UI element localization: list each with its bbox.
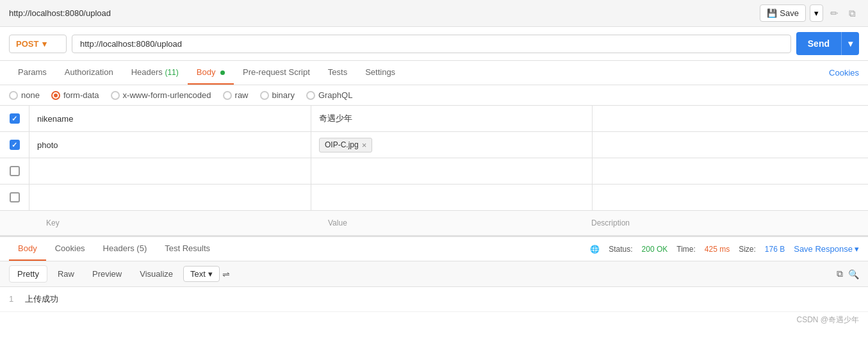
tab-authorization[interactable]: Authorization xyxy=(56,61,122,85)
method-label: POST xyxy=(16,39,38,49)
status-label: Status: xyxy=(609,245,632,254)
radio-urlencoded-label: x-www-form-urlencoded xyxy=(123,90,211,100)
bottom-tab-headers[interactable]: Headers (5) xyxy=(94,237,156,261)
time-value: 425 ms xyxy=(705,245,730,254)
format-tab-visualize[interactable]: Visualize xyxy=(132,266,181,282)
empty-row2-value[interactable] xyxy=(311,185,593,210)
wrap-icon-button[interactable]: ⇌ xyxy=(222,269,230,279)
radio-urlencoded-circle xyxy=(111,91,120,100)
send-caret[interactable]: ▾ xyxy=(841,32,859,55)
format-tab-raw[interactable]: Raw xyxy=(50,266,82,282)
tab-tests[interactable]: Tests xyxy=(319,61,356,85)
row1-checkbox[interactable] xyxy=(10,113,20,124)
empty-row1-checkbox[interactable] xyxy=(10,166,20,176)
status-value: 200 OK xyxy=(642,245,668,254)
save-caret-button[interactable]: ▾ xyxy=(810,4,823,22)
body-dot xyxy=(220,70,225,75)
send-label: Send xyxy=(796,38,841,49)
empty-row2-checkbox[interactable] xyxy=(10,192,20,202)
empty-row1-desc[interactable] xyxy=(593,158,868,184)
radio-graphql-label: GraphQL xyxy=(318,90,352,100)
row1-desc[interactable] xyxy=(593,106,868,131)
body-type-row: none form-data x-www-form-urlencoded raw… xyxy=(0,85,868,106)
format-tabs: Pretty Raw Preview Visualize Text ▾ ⇌ xyxy=(9,265,230,283)
title-bar: http://localhost:8080/upload 💾 Save ▾ ✏ … xyxy=(0,0,868,27)
copy-icon: ⧉ xyxy=(837,268,843,279)
form-body: nikename 奇遇少年 photo OIP-C.jpg × xyxy=(0,106,868,236)
bottom-tab-body[interactable]: Body xyxy=(9,237,46,261)
radio-raw-label: raw xyxy=(235,90,249,100)
size-value: 176 B xyxy=(765,245,785,254)
response-info: 🌐 Status: 200 OK Time: 425 ms Size: 176 … xyxy=(590,244,859,254)
footer-labels-row: Key Value Description xyxy=(0,211,868,236)
empty-row1-key[interactable] xyxy=(29,158,311,184)
edit-icon-button[interactable]: ✏ xyxy=(827,4,842,22)
row1-value[interactable]: 奇遇少年 xyxy=(311,106,593,131)
format-tab-pretty[interactable]: Pretty xyxy=(9,265,47,283)
format-tab-preview[interactable]: Preview xyxy=(85,266,129,282)
tab-pre-request[interactable]: Pre-request Script xyxy=(234,61,319,85)
line-number: 1 xyxy=(9,294,13,304)
copy-icon-button[interactable]: ⧉ xyxy=(846,4,859,22)
search-icon: 🔍 xyxy=(848,269,859,279)
response-content: 1 上传成功 xyxy=(0,287,868,311)
footer-desc-label: Description xyxy=(584,215,859,231)
row1-check-cell[interactable] xyxy=(0,106,29,131)
radio-binary[interactable]: binary xyxy=(260,90,295,100)
type-select[interactable]: Text ▾ xyxy=(183,266,220,282)
row2-checkbox[interactable] xyxy=(10,140,20,150)
bottom-panel: Body Cookies Headers (5) Test Results 🌐 … xyxy=(0,236,868,328)
response-line: 1 上传成功 xyxy=(9,293,859,305)
row2-key[interactable]: photo xyxy=(29,132,311,158)
window-title: http://localhost:8080/upload xyxy=(9,8,111,18)
radio-raw[interactable]: raw xyxy=(223,90,249,100)
row2-value: OIP-C.jpg × xyxy=(311,132,593,158)
save-button[interactable]: 💾 Save xyxy=(760,4,806,22)
save-response-caret: ▾ xyxy=(855,244,859,254)
empty-row2-desc[interactable] xyxy=(593,185,868,210)
table-row: photo OIP-C.jpg × xyxy=(0,132,868,158)
save-response-button[interactable]: Save Response ▾ xyxy=(794,244,859,254)
cookies-link[interactable]: Cookies xyxy=(829,68,859,78)
method-select[interactable]: POST ▾ xyxy=(9,35,67,53)
wrap-icon: ⇌ xyxy=(222,269,230,279)
radio-urlencoded[interactable]: x-www-form-urlencoded xyxy=(111,90,211,100)
radio-binary-label: binary xyxy=(272,90,295,100)
send-button[interactable]: Send ▾ xyxy=(796,32,859,55)
tab-body[interactable]: Body xyxy=(188,61,234,85)
file-chip: OIP-C.jpg × xyxy=(319,138,372,152)
bottom-tab-cookies[interactable]: Cookies xyxy=(46,237,94,261)
main-tabs: Params Authorization Headers (11) Body P… xyxy=(9,61,404,85)
radio-graphql[interactable]: GraphQL xyxy=(306,90,352,100)
url-input[interactable] xyxy=(72,35,791,53)
type-select-caret: ▾ xyxy=(208,269,213,279)
empty-row1-check-cell[interactable] xyxy=(0,158,29,184)
format-action-icons: ⧉ 🔍 xyxy=(837,268,859,279)
radio-form-data[interactable]: form-data xyxy=(51,90,99,100)
bottom-tab-test-results[interactable]: Test Results xyxy=(156,237,219,261)
bottom-tabs: Body Cookies Headers (5) Test Results xyxy=(9,237,219,261)
file-name: OIP-C.jpg xyxy=(325,140,359,149)
empty-row1-value[interactable] xyxy=(311,158,593,184)
watermark: CSDN @奇遇少年 xyxy=(0,311,868,328)
bottom-tabs-row: Body Cookies Headers (5) Test Results 🌐 … xyxy=(0,237,868,261)
row1-key[interactable]: nikename xyxy=(29,106,311,131)
tab-params[interactable]: Params xyxy=(9,61,56,85)
radio-none[interactable]: none xyxy=(9,90,40,100)
footer-key-label: Key xyxy=(38,215,320,231)
table-row: nikename 奇遇少年 xyxy=(0,106,868,132)
table-row xyxy=(0,185,868,211)
tab-headers[interactable]: Headers (11) xyxy=(122,61,188,85)
size-label: Size: xyxy=(739,245,756,254)
title-bar-actions: 💾 Save ▾ ✏ ⧉ xyxy=(760,4,859,22)
tab-settings[interactable]: Settings xyxy=(356,61,404,85)
row2-desc[interactable] xyxy=(593,132,868,158)
empty-row2-key[interactable] xyxy=(29,185,311,210)
search-response-button[interactable]: 🔍 xyxy=(848,268,859,279)
response-text: 上传成功 xyxy=(25,294,58,304)
empty-row2-check-cell[interactable] xyxy=(0,185,29,210)
file-remove-button[interactable]: × xyxy=(362,140,367,150)
copy-response-button[interactable]: ⧉ xyxy=(837,268,843,279)
radio-form-data-circle xyxy=(51,91,60,100)
row2-check-cell[interactable] xyxy=(0,132,29,158)
